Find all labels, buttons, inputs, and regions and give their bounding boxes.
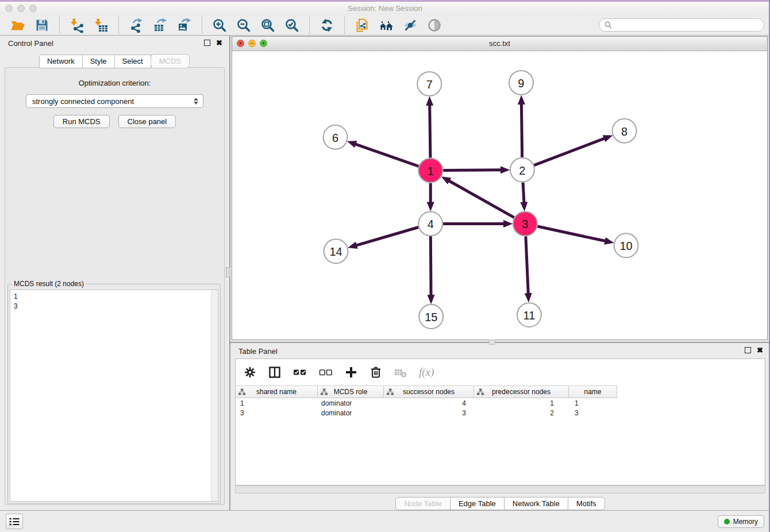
table-panel: Table Panel ✖ f(x): [230, 342, 770, 510]
control-panel-tabs: NetworkStyleSelectMCDS: [0, 55, 229, 68]
edge-1-6[interactable]: [355, 144, 418, 166]
first-neighbors-button[interactable]: [377, 16, 395, 34]
search-box[interactable]: [599, 18, 764, 32]
toolbar-separator: [202, 16, 202, 34]
delete-table-button: [394, 366, 407, 379]
edge-3-1[interactable]: [449, 181, 514, 218]
node-label-11: 11: [523, 309, 536, 322]
mcds-result-list[interactable]: 13: [10, 290, 218, 502]
toggle-panel-button[interactable]: [268, 366, 281, 379]
horizontal-scrollbar[interactable]: [235, 485, 765, 494]
edge-1-7[interactable]: [430, 105, 430, 158]
open-session-button[interactable]: [9, 16, 27, 34]
titlebar: Session: New Session: [0, 2, 770, 15]
tab-mcds[interactable]: MCDS: [151, 54, 190, 68]
column-header-successor-nodes[interactable]: successor nodes: [384, 386, 474, 398]
application-window: Session: New Session Control Panel: [0, 0, 770, 532]
column-header-shared-name[interactable]: shared name: [236, 386, 318, 398]
table-row[interactable]: 3dominator323: [236, 408, 765, 418]
network-graph[interactable]: 1234678910111415: [232, 51, 767, 340]
tab-edge-table[interactable]: Edge Table: [450, 497, 505, 510]
import-table-button[interactable]: [92, 16, 110, 34]
tab-motifs[interactable]: Motifs: [568, 497, 605, 510]
gear-icon: [244, 366, 256, 379]
edge-3-10[interactable]: [537, 226, 605, 241]
export-network-button[interactable]: [127, 16, 145, 34]
column-header-label: predecessor nodes: [492, 388, 550, 396]
copy-network-button[interactable]: [353, 16, 371, 34]
select-all-columns-button[interactable]: [293, 366, 307, 379]
table-cell: 3: [384, 409, 474, 417]
close-panel-button[interactable]: Close panel: [118, 115, 176, 128]
eye-slash-icon: [403, 18, 418, 33]
splitter-grip[interactable]: [489, 340, 495, 345]
hide-selected-button[interactable]: [401, 16, 419, 34]
edge-1-2[interactable]: [443, 170, 501, 171]
edge-4-15[interactable]: [430, 236, 431, 295]
toolbar-separator: [59, 16, 60, 34]
edge-2-9[interactable]: [521, 104, 522, 157]
zoom-fit-button[interactable]: [259, 16, 277, 34]
memory-status-icon: [724, 519, 730, 525]
network-canvas[interactable]: 1234678910111415: [232, 51, 767, 340]
table-cell: 1: [474, 399, 569, 407]
tab-network[interactable]: Network: [39, 55, 83, 68]
import-network-button[interactable]: [68, 16, 86, 34]
show-all-button[interactable]: [425, 16, 444, 34]
save-session-button[interactable]: [33, 16, 51, 34]
search-input[interactable]: [615, 21, 759, 30]
edge-4-14[interactable]: [356, 227, 418, 245]
task-history-button[interactable]: [6, 514, 23, 529]
float-panel-icon[interactable]: [204, 40, 210, 46]
node-label-6: 6: [332, 132, 338, 144]
edge-3-11[interactable]: [526, 236, 528, 294]
dropdown-stepper-icon: [194, 98, 198, 105]
node-label-10: 10: [619, 240, 632, 252]
create-column-button[interactable]: [345, 366, 357, 379]
tab-node-table[interactable]: Node Table: [395, 497, 451, 510]
run-mcds-button[interactable]: Run MCDS: [53, 115, 110, 128]
node-label-1: 1: [428, 165, 434, 178]
table-cell: 1: [569, 399, 617, 407]
apply-layout-button[interactable]: [318, 16, 336, 34]
memory-button[interactable]: Memory: [718, 515, 764, 528]
column-header-label: shared name: [256, 388, 297, 396]
column-type-icon: [387, 388, 394, 395]
unselect-all-columns-button[interactable]: [319, 366, 333, 379]
close-panel-icon[interactable]: ✖: [757, 347, 763, 353]
table-cell: dominator: [318, 399, 384, 407]
delete-columns-button[interactable]: [369, 366, 382, 379]
export-image-button[interactable]: [175, 16, 194, 34]
control-panel-buttons: ✖: [204, 40, 222, 46]
float-panel-icon[interactable]: [745, 347, 751, 353]
splitter-grip[interactable]: [226, 267, 230, 277]
mcds-result-group: MCDS result (2 nodes) 13: [7, 284, 221, 504]
node-label-4: 4: [428, 218, 434, 230]
network-window-titlebar[interactable]: × − + scc.txt: [232, 37, 767, 51]
table-cell: 3: [569, 409, 617, 417]
close-panel-icon[interactable]: ✖: [216, 40, 222, 46]
export-network-icon: [129, 18, 144, 33]
tab-network-table[interactable]: Network Table: [504, 497, 568, 510]
criterion-dropdown[interactable]: strongly connected component: [26, 94, 203, 108]
table-panel-buttons: ✖: [745, 347, 763, 353]
tab-style[interactable]: Style: [82, 55, 115, 68]
zoom-in-button[interactable]: [210, 16, 229, 34]
column-header-name[interactable]: name: [569, 386, 617, 398]
column-settings-button[interactable]: [244, 366, 256, 379]
checked-boxes-icon: [293, 366, 307, 379]
export-table-button[interactable]: [151, 16, 170, 34]
table-cell: 2: [474, 409, 569, 417]
tab-select[interactable]: Select: [114, 55, 151, 68]
result-scrollbar[interactable]: [211, 290, 218, 501]
table-cell: 3: [236, 409, 318, 417]
column-header-label: MCDS role: [334, 388, 368, 396]
column-header-predecessor-nodes[interactable]: predecessor nodes: [474, 386, 569, 398]
zoom-selected-button[interactable]: [283, 16, 301, 34]
copy-network-icon: [355, 18, 369, 33]
edge-2-8[interactable]: [534, 138, 605, 165]
column-header-mcds-role[interactable]: MCDS role: [318, 386, 384, 398]
zoom-out-button[interactable]: [234, 16, 253, 34]
table-row[interactable]: 1dominator411: [236, 399, 765, 408]
edge-2-3[interactable]: [523, 183, 524, 203]
